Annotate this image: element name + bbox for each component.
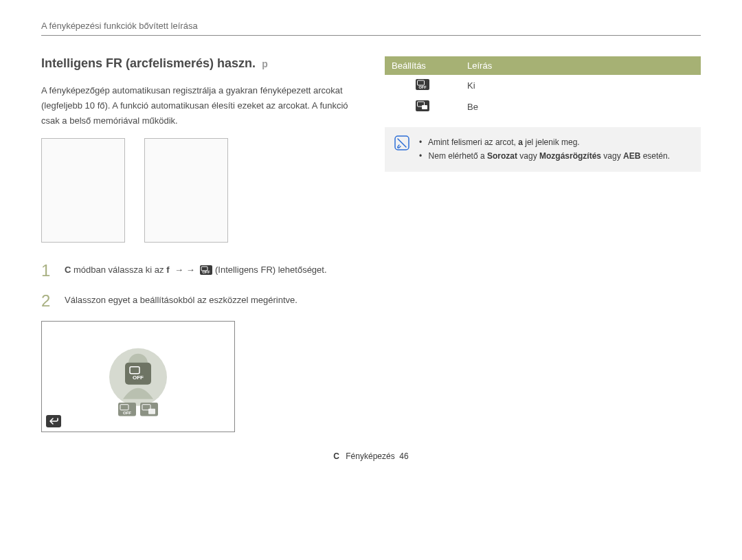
breadcrumb: A fényképezési funkciók bővített leírása — [41, 21, 701, 36]
step-2: 2 Válasszon egyet a beállításokból az es… — [41, 292, 357, 310]
step-number-1: 1 — [41, 262, 55, 280]
row-desc-off: Ki — [460, 75, 701, 96]
ifr-off-icon-large[interactable]: OFF — [125, 363, 151, 385]
left-heading: Intelligens FR (arcfelismerés) haszn. p — [41, 56, 357, 71]
sample-images — [41, 138, 357, 243]
step-1: 1 C módban válassza ki az f → → OFF (Int… — [41, 262, 357, 281]
svg-rect-12 — [148, 409, 155, 414]
row-desc-on: Be — [460, 96, 701, 117]
note-box: Amint felismeri az arcot, a jel jelenik … — [385, 127, 701, 172]
note-icon — [394, 135, 409, 150]
mode-letter: p — [262, 58, 268, 69]
svg-rect-18 — [422, 105, 427, 109]
row-icon-off: OFF — [385, 75, 460, 96]
svg-text:OFF: OFF — [203, 270, 211, 274]
ifr-off-icon: OFF — [200, 264, 212, 281]
sample-image-2 — [144, 138, 228, 243]
note-line-1: Amint felismeri az arcot, a jel jelenik … — [419, 135, 670, 149]
ifr-on-thumb-icon[interactable] — [140, 403, 158, 419]
step-number-2: 2 — [41, 292, 55, 310]
svg-text:OFF: OFF — [419, 85, 427, 89]
ifr-off-thumb-icon[interactable]: OFF — [118, 403, 136, 419]
intro-paragraph: A fényképezőgép automatikusan regisztrál… — [41, 83, 357, 128]
svg-text:OFF: OFF — [133, 374, 144, 381]
page-footer: C Fényképezés 46 — [41, 451, 701, 461]
table-row: Be — [385, 96, 701, 117]
camera-screenshot: OFF OFF — [41, 321, 235, 432]
svg-text:OFF: OFF — [123, 411, 131, 415]
svg-rect-5 — [130, 367, 139, 374]
settings-table: Beállítás Leírás OFF Ki Be — [385, 56, 701, 117]
note-line-2: Nem elérhető a Sorozat vagy Mozgásrögzít… — [419, 149, 670, 163]
table-row: OFF Ki — [385, 75, 701, 96]
th-setting: Beállítás — [385, 56, 460, 75]
sample-image-1 — [41, 138, 125, 243]
back-button[interactable] — [46, 415, 61, 427]
th-description: Leírás — [460, 56, 701, 75]
back-arrow-icon — [49, 417, 58, 425]
row-icon-on — [385, 96, 460, 117]
